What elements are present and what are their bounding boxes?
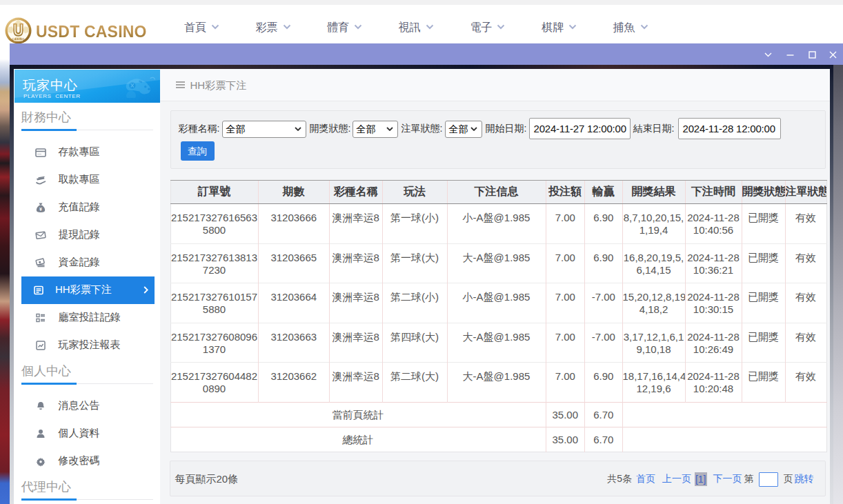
svg-text:¥: ¥ bbox=[39, 206, 42, 211]
